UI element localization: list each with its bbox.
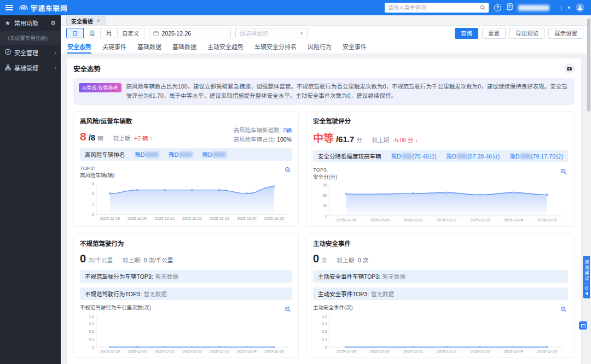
risk-unit: 辆: [97, 134, 103, 142]
svg-text:2025-12-19: 2025-12-19: [100, 349, 120, 353]
svg-text:2025-12-22: 2025-12-22: [182, 216, 202, 220]
driving-score-card: 安全驾驶评分 中等 /61.7 分 较上期: -5.06 分 ↓ 安全分降低幅度…: [306, 111, 575, 227]
svg-text:2025-12-19: 2025-12-19: [100, 216, 120, 220]
chevron-down-icon: ▾: [300, 31, 303, 36]
menu-search[interactable]: [385, 3, 489, 13]
date-picker[interactable]: 2025-12-26: [149, 28, 231, 38]
stat-value[interactable]: 2辆: [283, 127, 292, 133]
active-safety-events-card: 主动安全事件 0 次 较上期: 0 次 主动安全事件车辆TOP3:暂无数据 主动…: [306, 233, 575, 357]
zoom-icon[interactable]: [560, 167, 567, 177]
subtab-active-safety-trend[interactable]: 主动安全趋势: [207, 40, 244, 54]
high-risk-card: 高风险/运营车辆数 8 /8 辆 较上期: +2 辆 ↑ 高风险车辆新增数: 2…: [73, 111, 299, 227]
plate-link[interactable]: 豫D█████: [135, 150, 159, 158]
subtab-risk-behavior[interactable]: 风险行为: [308, 40, 332, 54]
subtab-key-events[interactable]: 关键事件: [102, 40, 126, 54]
period-day-button[interactable]: 日: [66, 28, 84, 38]
stat-value: 100%: [277, 136, 292, 143]
zoom-icon[interactable]: [285, 166, 291, 175]
svg-text:60: 60: [323, 193, 327, 197]
feedback-float-tab[interactable]: 咨询建议: [583, 256, 590, 298]
ai-summary: AI生成·仅供参考 高风险车辆数占比为100，建议立即采取紧急措施，加强整体监管…: [73, 78, 575, 105]
tab-security-board[interactable]: 安全看板 ✕: [66, 16, 106, 25]
help-icon[interactable]: ?: [494, 4, 501, 11]
plate-masked: ████: [457, 154, 467, 158]
ai-summary-text: 高风险车辆数占比为100，建议立即采取紧急措施，加强整体监管。不规范驾驶行为百公…: [126, 82, 569, 101]
svg-text:6: 6: [92, 192, 94, 196]
zoom-icon[interactable]: [560, 305, 567, 315]
chart-top3-label: TOP3:: [313, 166, 568, 173]
top3-row: 不规范驾驶行为车辆TOP3:暂无数据: [80, 270, 292, 283]
svg-text:2025-12-23: 2025-12-23: [470, 218, 490, 222]
svg-text:1.2: 1.2: [322, 314, 327, 318]
subtab-security-events[interactable]: 安全事件: [343, 40, 367, 54]
svg-text:2025-12-22: 2025-12-22: [437, 218, 456, 222]
reset-button[interactable]: 重置: [482, 28, 506, 39]
compare-value: 0 次/千公里: [143, 256, 173, 264]
vertical-scrollbar[interactable]: [587, 15, 591, 364]
main-area: 安全看板 ✕ 日 周 月 自定义 2025-12-26 请选择组织 ▾ 查询 重…: [61, 15, 591, 364]
compare-value: +2 辆 ↑: [134, 134, 153, 142]
user-menu-caret-icon[interactable]: ▾: [567, 5, 570, 10]
sidebar-item-favorites[interactable]: ★ 常用功能 ⚙: [0, 15, 61, 31]
plate-link[interactable]: 豫D█████: [202, 150, 225, 158]
snapshot-button[interactable]: [564, 63, 575, 74]
subtab-vehicle-score-rank[interactable]: 车辆安全分排名: [254, 40, 297, 54]
menu-toggle-icon[interactable]: [5, 5, 13, 10]
svg-text:0.6: 0.6: [89, 330, 94, 333]
svg-text:2025-12-22: 2025-12-22: [437, 349, 456, 353]
high-risk-trend-chart: 03692025-12-192025-12-202025-12-212025-1…: [80, 180, 292, 221]
plate-link[interactable]: 豫D█████: [169, 150, 192, 158]
svg-text:2025-12-25: 2025-12-25: [537, 218, 557, 222]
top-bar: 宇通车联网 ? ████████ | ▾: [0, 0, 591, 15]
svg-text:1.2: 1.2: [89, 314, 94, 318]
plate-link[interactable]: 豫D████(57.28-46分): [447, 152, 500, 160]
eye-icon[interactable]: [585, 286, 588, 290]
period-month-button[interactable]: 月: [100, 28, 118, 38]
page-content: 安全态势 AI生成·仅供参考 高风险车辆数占比为100，建议立即采取紧急措施，加…: [61, 54, 591, 364]
svg-text:2025-12-19: 2025-12-19: [337, 218, 356, 222]
svg-text:0.9: 0.9: [89, 321, 94, 325]
sidebar-item-security-mgmt[interactable]: 安全管理 ›: [0, 45, 61, 60]
risk-total: /8: [89, 133, 96, 142]
scrollbar-thumb[interactable]: [587, 19, 590, 111]
top3-row: 不规范驾驶行为TOP3:暂无数据: [80, 287, 292, 300]
compare-label: 较上期:: [372, 136, 391, 144]
sidebar-item-no-favorites[interactable]: (未设置常用功能): [0, 31, 61, 45]
plate-link[interactable]: 豫D████(79.17-70分): [509, 152, 563, 160]
display-settings-button[interactable]: 展示设置: [548, 28, 583, 39]
row-label: 不规范驾驶行为车辆TOP3:: [85, 273, 153, 280]
subtab-basic-data-1[interactable]: 基础数据: [137, 40, 161, 54]
close-icon[interactable]: ✕: [96, 18, 101, 24]
username-masked[interactable]: ████████: [518, 5, 555, 11]
date-value: 2025-12-26: [162, 30, 192, 37]
top3-row: 主动安全事件车辆TOP3:暂无数据: [313, 270, 568, 283]
plate-link[interactable]: 豫D████(70-46分): [391, 152, 436, 160]
search-input[interactable]: [388, 5, 480, 11]
chat-float-button[interactable]: [579, 321, 587, 330]
shield-icon: [4, 49, 11, 56]
document-icon[interactable]: [507, 3, 513, 13]
sidebar-item-basic-mgmt[interactable]: 基础管理 ›: [0, 60, 61, 75]
period-custom-button[interactable]: 自定义: [117, 28, 144, 38]
export-preview-button[interactable]: 导出预览: [509, 28, 544, 39]
svg-text:2025-12-20: 2025-12-20: [128, 216, 147, 220]
svg-text:2025-12-23: 2025-12-23: [210, 349, 229, 353]
search-icon[interactable]: [480, 5, 485, 10]
svg-text:2025-12-24: 2025-12-24: [237, 216, 257, 220]
period-week-button[interactable]: 周: [83, 28, 101, 38]
gear-icon[interactable]: ⚙: [50, 20, 56, 27]
query-button[interactable]: 查询: [455, 28, 478, 39]
row-value: 暂无数据: [155, 273, 178, 280]
avatar[interactable]: [576, 3, 584, 12]
subtab-security-posture[interactable]: 安全态势: [67, 40, 91, 54]
score-value: /61.7: [336, 134, 354, 144]
sidebar-item-label: (未设置常用功能): [8, 34, 48, 42]
org-select[interactable]: 请选择组织 ▾: [235, 28, 308, 38]
zoom-icon[interactable]: [285, 305, 291, 315]
svg-text:0: 0: [325, 214, 327, 218]
subtab-basic-data-2[interactable]: 基础数据: [172, 40, 196, 54]
collapse-icon[interactable]: [585, 292, 588, 295]
svg-text:90: 90: [323, 183, 327, 187]
calendar-icon: [153, 31, 159, 36]
svg-text:0: 0: [92, 345, 94, 349]
